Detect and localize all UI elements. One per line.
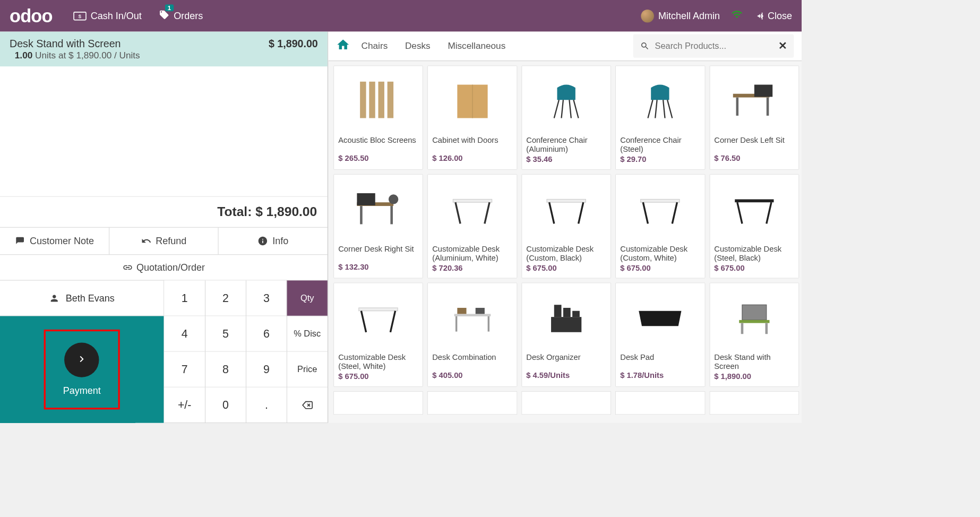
numkey-4[interactable]: 4 bbox=[164, 316, 205, 352]
product-card[interactable]: Corner Desk Right Sit $ 132.30 bbox=[333, 174, 423, 278]
product-price: $ 675.00 bbox=[522, 264, 611, 278]
user-name: Mitchell Admin bbox=[658, 10, 720, 21]
product-card[interactable]: Cabinet with Doors $ 126.00 bbox=[427, 66, 517, 170]
product-name: Conference Chair (Steel) bbox=[616, 133, 704, 155]
search-clear-icon[interactable]: ✕ bbox=[778, 40, 787, 52]
category-bar: Chairs Desks Miscellaneous ✕ bbox=[328, 32, 802, 62]
product-image bbox=[710, 175, 798, 242]
backspace-icon bbox=[300, 400, 314, 410]
product-name: Customizable Desk (Custom, White) bbox=[616, 242, 704, 264]
product-card[interactable]: Acoustic Bloc Screens $ 265.50 bbox=[333, 66, 423, 170]
svg-rect-2 bbox=[360, 81, 366, 118]
product-card[interactable]: Customizable Desk (Steel, Black) $ 675.0… bbox=[709, 174, 799, 278]
product-image bbox=[428, 175, 517, 242]
numkey-backspace[interactable] bbox=[287, 387, 328, 423]
product-image bbox=[710, 66, 798, 133]
customer-note-button[interactable]: Customer Note bbox=[0, 228, 109, 255]
top-header: odoo $ Cash In/Out 1 Orders Mitchell Adm… bbox=[0, 0, 802, 32]
product-image bbox=[522, 283, 611, 350]
quotation-button[interactable]: Quotation/Order bbox=[0, 255, 328, 280]
category-chairs[interactable]: Chairs bbox=[362, 41, 388, 51]
product-name: Customizable Desk (Custom, Black) bbox=[522, 242, 611, 264]
svg-rect-34 bbox=[487, 316, 489, 332]
logo: odoo bbox=[10, 5, 53, 26]
product-price: $ 29.70 bbox=[616, 155, 704, 169]
product-card[interactable] bbox=[615, 391, 705, 415]
numkey-price[interactable]: Price bbox=[287, 352, 328, 387]
order-line-name: Desk Stand with Screen bbox=[10, 38, 121, 49]
orders-badge: 1 bbox=[165, 4, 174, 11]
numkey-dot[interactable]: . bbox=[246, 387, 287, 423]
person-icon bbox=[49, 293, 60, 304]
product-card[interactable] bbox=[521, 391, 611, 415]
product-card[interactable]: Corner Desk Left Sit $ 76.50 bbox=[709, 66, 799, 170]
svg-rect-28 bbox=[735, 199, 773, 202]
product-card[interactable]: Desk Organizer $ 4.59/Units bbox=[521, 283, 611, 387]
svg-rect-26 bbox=[547, 199, 586, 202]
payment-circle-icon bbox=[64, 342, 99, 377]
product-price: $ 405.00 bbox=[428, 371, 517, 385]
payment-label: Payment bbox=[63, 385, 101, 397]
svg-rect-18 bbox=[736, 97, 738, 115]
svg-rect-27 bbox=[641, 199, 680, 202]
product-image bbox=[334, 283, 423, 350]
numkey-9[interactable]: 9 bbox=[246, 352, 287, 387]
user-menu[interactable]: Mitchell Admin bbox=[641, 10, 720, 23]
product-card[interactable]: Conference Chair (Steel) $ 29.70 bbox=[615, 66, 705, 170]
search-input[interactable] bbox=[655, 41, 773, 51]
product-name: Conference Chair (Aluminium) bbox=[522, 133, 611, 155]
category-desks[interactable]: Desks bbox=[405, 41, 431, 51]
cash-in-out-button[interactable]: $ Cash In/Out bbox=[73, 10, 142, 21]
product-image bbox=[334, 175, 423, 242]
orders-button[interactable]: 1 Orders bbox=[159, 10, 203, 23]
info-button[interactable]: Info bbox=[218, 228, 328, 255]
numkey-6[interactable]: 6 bbox=[246, 316, 287, 352]
svg-rect-37 bbox=[563, 308, 571, 317]
product-card[interactable]: Customizable Desk (Steel, White) $ 675.0… bbox=[333, 283, 423, 387]
svg-line-13 bbox=[667, 100, 672, 118]
product-card[interactable]: Desk Pad $ 1.78/Units bbox=[615, 283, 705, 387]
numkey-pm[interactable]: +/- bbox=[164, 387, 205, 423]
numkey-2[interactable]: 2 bbox=[205, 280, 246, 316]
svg-rect-3 bbox=[369, 81, 375, 118]
svg-point-22 bbox=[389, 194, 398, 204]
product-card[interactable] bbox=[427, 391, 517, 415]
product-card[interactable]: Customizable Desk (Custom, Black) $ 675.… bbox=[521, 174, 611, 278]
category-misc[interactable]: Miscellaneous bbox=[448, 41, 505, 51]
product-card[interactable] bbox=[333, 391, 423, 415]
product-card[interactable] bbox=[709, 391, 799, 415]
product-image bbox=[522, 175, 611, 242]
refund-button[interactable]: Refund bbox=[109, 228, 218, 255]
home-icon[interactable] bbox=[336, 38, 350, 55]
product-name: Corner Desk Right Sit bbox=[334, 242, 423, 263]
numkey-0[interactable]: 0 bbox=[205, 387, 246, 423]
wifi-icon bbox=[731, 8, 742, 23]
numkey-3[interactable]: 3 bbox=[246, 280, 287, 316]
customer-button[interactable]: Beth Evans bbox=[0, 280, 164, 316]
product-name: Customizable Desk (Steel, White) bbox=[334, 350, 423, 372]
product-card[interactable]: Customizable Desk (Aluminium, White) $ 7… bbox=[427, 174, 517, 278]
search-icon bbox=[640, 41, 650, 51]
product-panel: Chairs Desks Miscellaneous ✕ Acoustic Bl… bbox=[328, 32, 802, 423]
numkey-disc[interactable]: % Disc bbox=[287, 316, 328, 352]
numkey-7[interactable]: 7 bbox=[164, 352, 205, 387]
svg-line-10 bbox=[561, 100, 563, 118]
payment-button[interactable]: Payment bbox=[0, 316, 164, 423]
product-name: Acoustic Bloc Screens bbox=[334, 133, 423, 154]
numkey-qty[interactable]: Qty bbox=[287, 280, 328, 316]
close-button[interactable]: Close bbox=[754, 10, 792, 21]
numkey-1[interactable]: 1 bbox=[164, 280, 205, 316]
product-card[interactable]: Desk Combination $ 405.00 bbox=[427, 283, 517, 387]
product-card[interactable]: Desk Stand with Screen $ 1,890.00 bbox=[709, 283, 799, 387]
svg-line-14 bbox=[656, 100, 657, 118]
order-line[interactable]: Desk Stand with Screen $ 1,890.00 1.00 U… bbox=[0, 32, 328, 66]
svg-rect-40 bbox=[739, 320, 769, 323]
product-image bbox=[616, 175, 704, 242]
product-image bbox=[334, 66, 423, 133]
product-image bbox=[428, 283, 517, 350]
svg-line-8 bbox=[554, 100, 559, 118]
product-card[interactable]: Customizable Desk (Custom, White) $ 675.… bbox=[615, 174, 705, 278]
numkey-5[interactable]: 5 bbox=[205, 316, 246, 352]
numkey-8[interactable]: 8 bbox=[205, 352, 246, 387]
product-card[interactable]: Conference Chair (Aluminium) $ 35.46 bbox=[521, 66, 611, 170]
